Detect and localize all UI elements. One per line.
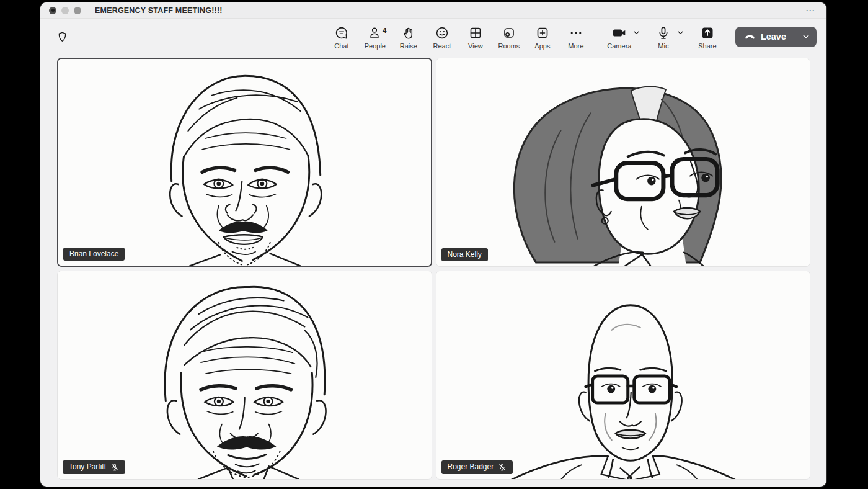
camera-icon [611,25,627,40]
apps-label: Apps [534,42,550,50]
traffic-lights [49,7,81,14]
view-button[interactable]: View [459,24,492,50]
participant-portrait-tony [58,271,432,479]
camera-button[interactable]: Camera [604,24,635,50]
maximize-window-button[interactable] [74,7,81,14]
mic-label: Mic [658,42,668,50]
share-label: Share [698,42,716,50]
view-grid-icon [468,25,483,40]
people-label: People [365,42,386,50]
toolbar-av-group: Camera Mic [604,24,723,50]
react-label: React [433,42,451,50]
raise-hand-icon [401,25,416,40]
rooms-icon [502,25,516,40]
shield-icon [56,30,68,43]
participant-name: Brian Lovelace [69,250,118,258]
camera-options-chevron[interactable] [632,24,643,39]
microphone-icon [656,25,671,40]
camera-label: Camera [607,42,631,50]
rooms-button[interactable]: Rooms [492,24,526,50]
meeting-window: EMERGENCY STAFF MEETING!!!! ⋯ Chat [40,2,826,487]
participant-portrait-brian [58,59,431,266]
participant-name: Roger Badger [448,463,494,471]
people-count-badge: 4 [383,27,386,34]
title-bar: EMERGENCY STAFF MEETING!!!! ⋯ [40,2,826,19]
window-title: EMERGENCY STAFF MEETING!!!! [95,6,223,15]
participant-name: Nora Kelly [448,251,482,259]
share-screen-icon [700,25,715,40]
chevron-down-icon [676,29,684,37]
people-icon [368,25,383,40]
leave-main[interactable]: Leave [735,27,795,47]
leave-options-chevron[interactable] [795,27,817,47]
mic-muted-icon [110,463,119,472]
apps-plus-icon [535,25,550,40]
mic-button[interactable]: Mic [648,24,679,50]
mic-muted-icon [498,463,507,472]
participant-portrait-roger [436,271,810,479]
apps-button[interactable]: Apps [526,24,559,50]
name-tag-roger: Roger Badger [441,460,513,474]
video-tile-nora-kelly[interactable]: Nora Kelly [436,58,811,267]
raise-label: Raise [400,42,417,50]
people-icon-wrap: 4 [368,25,383,40]
video-tile-tony-parfitt[interactable]: Tony Parfitt [57,271,432,480]
chevron-down-icon [632,29,640,37]
leave-label: Leave [761,32,786,42]
chat-label: Chat [334,42,348,50]
participant-name: Tony Parfitt [69,463,106,471]
window-overflow-menu[interactable]: ⋯ [803,7,818,14]
react-smiley-icon [435,25,450,40]
security-shield-button[interactable] [56,30,75,43]
chat-button[interactable]: Chat [325,24,358,50]
rooms-label: Rooms [498,42,520,50]
share-button[interactable]: Share [692,24,723,50]
chat-bubble-icon [334,25,349,40]
more-button[interactable]: More [559,24,593,50]
name-tag-tony: Tony Parfitt [63,460,125,474]
participant-portrait-nora [436,58,810,266]
react-button[interactable]: React [425,24,459,50]
minimize-window-button[interactable] [61,7,69,14]
name-tag-brian: Brian Lovelace [63,248,125,261]
video-tile-brian-lovelace[interactable]: Brian Lovelace [57,58,432,267]
meeting-toolbar: Chat 4 People Raise [40,19,826,55]
toolbar-main-group: Chat 4 People Raise [325,24,593,50]
name-tag-nora: Nora Kelly [441,248,488,261]
chevron-down-icon [802,32,810,41]
view-label: View [468,42,483,50]
close-window-button[interactable] [49,7,56,14]
phone-hangup-icon [744,32,756,41]
video-grid: Brian Lovelace [40,55,826,487]
video-tile-roger-badger[interactable]: Roger Badger [436,271,811,480]
leave-button[interactable]: Leave [735,27,817,47]
people-button[interactable]: 4 People [358,24,392,50]
mic-options-chevron[interactable] [676,24,687,39]
more-label: More [568,42,583,50]
raise-hand-button[interactable]: Raise [392,24,425,50]
more-dots-icon [569,25,583,40]
